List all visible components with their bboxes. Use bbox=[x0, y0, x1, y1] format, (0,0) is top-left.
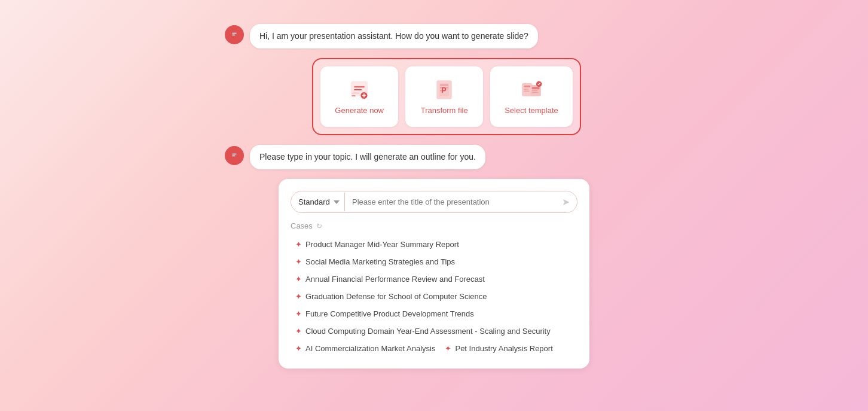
spark-icon-8: ✦ bbox=[445, 344, 451, 353]
greeting-text: Hi, I am your presentation assistant. Ho… bbox=[259, 31, 528, 41]
cases-label: Cases bbox=[291, 221, 313, 230]
case-item-2[interactable]: ✦ Social Media Marketing Strategies and … bbox=[291, 254, 577, 270]
case-text-6: Cloud Computing Domain Year-End Assessme… bbox=[305, 327, 551, 336]
prompt-text: Please type in your topic. I will genera… bbox=[259, 152, 476, 162]
svg-rect-4 bbox=[352, 93, 360, 94]
send-icon: ➤ bbox=[562, 196, 570, 208]
case-text-1: Product Manager Mid-Year Summary Report bbox=[305, 240, 459, 249]
avatar-icon bbox=[229, 29, 240, 41]
inline-case-text-1: AI Commercialization Market Analysis bbox=[305, 344, 435, 353]
spark-icon-1: ✦ bbox=[295, 240, 302, 249]
spark-icon-4: ✦ bbox=[295, 292, 302, 301]
input-row: Standard ➤ bbox=[291, 191, 577, 213]
case-item-4[interactable]: ✦ Graduation Defense for School of Compu… bbox=[291, 288, 577, 305]
inline-cases-row: ✦ AI Commercialization Market Analysis ✦… bbox=[291, 340, 577, 357]
spark-icon-5: ✦ bbox=[295, 309, 302, 318]
mode-select[interactable]: Standard bbox=[291, 193, 345, 211]
transform-file-icon: P bbox=[433, 78, 456, 101]
svg-point-20 bbox=[230, 150, 239, 159]
avatar-icon-2 bbox=[229, 150, 240, 162]
title-input[interactable] bbox=[345, 193, 555, 211]
inline-case-1[interactable]: ✦ AI Commercialization Market Analysis bbox=[291, 340, 440, 357]
generate-now-icon bbox=[348, 78, 371, 101]
spark-icon-6: ✦ bbox=[295, 327, 302, 336]
svg-rect-16 bbox=[532, 87, 540, 89]
spark-icon-3: ✦ bbox=[295, 275, 302, 284]
prompt-bubble: Please type in your topic. I will genera… bbox=[250, 145, 485, 169]
svg-rect-17 bbox=[532, 90, 538, 92]
transform-file-card[interactable]: P Transform file bbox=[405, 66, 483, 127]
generate-now-label: Generate now bbox=[335, 106, 384, 115]
cases-header: Cases ↻ bbox=[291, 221, 577, 230]
case-text-3: Annual Financial Performance Review and … bbox=[305, 275, 485, 284]
send-button[interactable]: ➤ bbox=[555, 191, 577, 212]
select-template-icon bbox=[520, 78, 543, 101]
inline-case-text-2: Pet Industry Analysis Report bbox=[455, 344, 552, 353]
svg-point-0 bbox=[230, 29, 239, 38]
generate-now-card[interactable]: Generate now bbox=[320, 66, 398, 127]
greeting-row: Hi, I am your presentation assistant. Ho… bbox=[225, 24, 643, 48]
svg-rect-12 bbox=[524, 89, 528, 90]
greeting-bubble: Hi, I am your presentation assistant. Ho… bbox=[250, 24, 538, 48]
avatar bbox=[225, 25, 244, 44]
svg-rect-18 bbox=[532, 92, 539, 93]
case-item-3[interactable]: ✦ Annual Financial Performance Review an… bbox=[291, 271, 577, 287]
spark-icon-2: ✦ bbox=[295, 257, 302, 266]
refresh-icon[interactable]: ↻ bbox=[316, 222, 322, 230]
case-item-1[interactable]: ✦ Product Manager Mid-Year Summary Repor… bbox=[291, 236, 577, 252]
case-text-2: Social Media Marketing Strategies and Ti… bbox=[305, 257, 455, 266]
case-item-5[interactable]: ✦ Future Competitive Product Development… bbox=[291, 306, 577, 322]
spark-icon-7: ✦ bbox=[295, 344, 302, 353]
svg-rect-11 bbox=[524, 86, 530, 87]
transform-file-label: Transform file bbox=[421, 106, 468, 115]
prompt-row: Please type in your topic. I will genera… bbox=[225, 145, 643, 169]
select-template-label: Select template bbox=[505, 106, 558, 115]
input-area: Standard ➤ Cases ↻ ✦ Product Manager Mid… bbox=[279, 179, 589, 369]
select-template-card[interactable]: Select template bbox=[490, 66, 573, 127]
svg-text:P: P bbox=[441, 86, 447, 95]
inline-case-2[interactable]: ✦ Pet Industry Analysis Report bbox=[440, 340, 557, 357]
svg-rect-13 bbox=[524, 91, 530, 92]
avatar-2 bbox=[225, 146, 244, 165]
case-text-5: Future Competitive Product Development T… bbox=[305, 309, 474, 318]
case-text-4: Graduation Defense for School of Compute… bbox=[305, 292, 487, 301]
case-item-6[interactable]: ✦ Cloud Computing Domain Year-End Assess… bbox=[291, 323, 577, 339]
svg-rect-3 bbox=[352, 96, 356, 97]
options-box: Generate now P Transform file bbox=[312, 58, 581, 135]
